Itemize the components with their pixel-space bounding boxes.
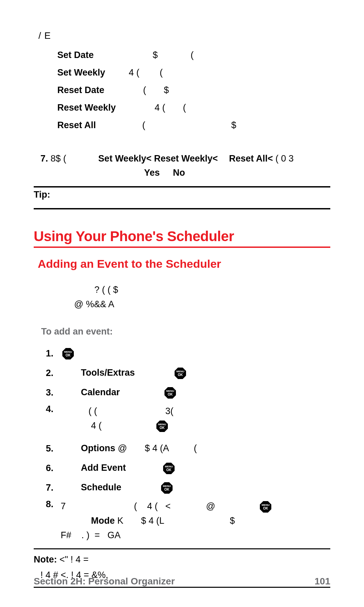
step7-yes: Yes bbox=[144, 168, 160, 178]
menu-ok-icon: MENUOK bbox=[260, 501, 272, 513]
step-row: 8.7 ( 4 ( < @ MENUOK Mode K $ 4 (L $F# .… bbox=[46, 497, 330, 543]
option-label: Reset Date bbox=[57, 85, 104, 95]
option-row: Set Weekly 4 ( ( bbox=[57, 67, 330, 85]
option-row: Reset All ( $ bbox=[57, 120, 330, 138]
svg-text:MENU: MENU bbox=[163, 485, 171, 488]
tip-label: Tip: bbox=[34, 187, 330, 202]
step-bold: Add Event bbox=[81, 463, 126, 473]
option-label: Set Weekly bbox=[57, 67, 105, 78]
step-text bbox=[135, 368, 173, 378]
step-number: 7. bbox=[46, 483, 61, 493]
step7-b1: Set Weekly< bbox=[98, 153, 152, 164]
step7-number: 7. bbox=[40, 153, 48, 164]
step-text bbox=[61, 368, 81, 378]
step-text bbox=[61, 516, 91, 526]
svg-text:MENU: MENU bbox=[158, 423, 166, 426]
top-leader: / E bbox=[34, 30, 330, 41]
step-body: 7 ( 4 ( < @ MENUOK Mode K $ 4 (L $F# . )… bbox=[61, 499, 330, 543]
sub-heading: Adding an Event to the Scheduler bbox=[34, 257, 330, 270]
note-label: Note: bbox=[34, 554, 57, 565]
step-bold: Schedule bbox=[81, 482, 121, 492]
option-rest: $ ( bbox=[97, 50, 194, 60]
step-row: 2. Tools/Extras MENUOK bbox=[46, 363, 330, 383]
step-row: 4. ( ( 3( 4 ( MENUOK bbox=[46, 402, 330, 439]
step-number: 5. bbox=[46, 443, 61, 454]
step-number: 2. bbox=[46, 368, 61, 378]
svg-text:OK: OK bbox=[168, 393, 173, 396]
divider bbox=[34, 587, 330, 588]
step-text bbox=[61, 387, 81, 397]
step-row: 1.MENUOK bbox=[46, 344, 330, 363]
step-text bbox=[120, 387, 163, 397]
heading-block: Using Your Phone's Scheduler bbox=[34, 228, 330, 248]
svg-text:OK: OK bbox=[263, 507, 269, 510]
option-label: Reset All bbox=[57, 120, 96, 131]
step-text: 4 ( bbox=[61, 421, 155, 431]
step7-post: ( 0 3 bbox=[275, 153, 294, 164]
red-underline bbox=[34, 247, 330, 248]
step-bold: Mode bbox=[91, 516, 115, 526]
step7-no: No bbox=[173, 168, 185, 178]
menu-ok-icon: MENUOK bbox=[174, 367, 186, 379]
step-7-outer: 7. 8$ ( Set Weekly< Reset Weekly< Reset … bbox=[34, 152, 330, 180]
step-row: 7. Schedule MENUOK bbox=[46, 478, 330, 497]
svg-text:OK: OK bbox=[160, 426, 165, 430]
svg-text:OK: OK bbox=[164, 488, 170, 491]
page-footer: Section 2H: Personal Organizer 101 bbox=[0, 576, 364, 587]
step-bold: Tools/Extras bbox=[81, 368, 135, 378]
step7-b2: Reset Weekly< bbox=[154, 153, 218, 164]
step-body: ( ( 3( 4 ( MENUOK bbox=[61, 404, 330, 433]
divider bbox=[34, 208, 330, 209]
svg-text:OK: OK bbox=[66, 353, 71, 357]
option-row: Reset Date ( $ bbox=[57, 85, 330, 103]
option-list: Set Date $ (Set Weekly 4 ( (Reset Date (… bbox=[34, 50, 330, 138]
step-number: 8. bbox=[46, 499, 61, 510]
step-body: Calendar MENUOK bbox=[61, 385, 330, 400]
step7-pre: 8$ ( bbox=[51, 153, 66, 164]
step-bold: Calendar bbox=[81, 387, 120, 397]
step-text bbox=[126, 463, 161, 473]
body-line-2: @ %&& A bbox=[74, 297, 330, 312]
svg-text:MENU: MENU bbox=[64, 350, 72, 353]
step-body: Add Event MENUOK bbox=[61, 461, 330, 475]
svg-text:MENU: MENU bbox=[176, 370, 184, 373]
step-text bbox=[61, 463, 81, 473]
page-heading: Using Your Phone's Scheduler bbox=[34, 228, 330, 244]
option-row: Set Date $ ( bbox=[57, 50, 330, 67]
body-line-1: ? ( ( $ bbox=[94, 283, 330, 297]
option-label: Set Date bbox=[57, 50, 94, 60]
svg-text:MENU: MENU bbox=[262, 503, 270, 507]
svg-text:OK: OK bbox=[166, 468, 172, 472]
option-rest: 4 ( ( bbox=[119, 103, 186, 113]
step-text: K $ 4 (L $ bbox=[115, 516, 235, 526]
step-body: MENUOK bbox=[61, 346, 330, 360]
step-text bbox=[61, 482, 81, 492]
step-row: 3. Calendar MENUOK bbox=[46, 383, 330, 402]
option-row: Reset Weekly 4 ( ( bbox=[57, 103, 330, 120]
body-fragment: ? ( ( $ @ %&& A bbox=[34, 283, 330, 312]
step7-b3: Reset All< bbox=[229, 153, 273, 164]
step-text bbox=[61, 443, 81, 453]
steps-list: 1.MENUOK2. Tools/Extras MENUOK3. Calenda… bbox=[34, 344, 330, 543]
step-number: 1. bbox=[46, 348, 61, 359]
step-number: 6. bbox=[46, 463, 61, 473]
menu-ok-icon: MENUOK bbox=[163, 462, 175, 474]
option-rest: 4 ( ( bbox=[109, 67, 163, 78]
menu-ok-icon: MENUOK bbox=[62, 348, 74, 360]
step-text: 7 ( 4 ( < @ bbox=[61, 501, 258, 511]
step-text: ( ( 3( bbox=[61, 406, 174, 416]
svg-text:MENU: MENU bbox=[166, 389, 174, 393]
step-number: 3. bbox=[46, 387, 61, 398]
step-row: 6. Add Event MENUOK bbox=[46, 458, 330, 478]
svg-text:OK: OK bbox=[178, 373, 183, 377]
page: / E Set Date $ (Set Weekly 4 ( (Reset Da… bbox=[0, 0, 364, 607]
option-label: Reset Weekly bbox=[57, 103, 116, 113]
step-body: Schedule MENUOK bbox=[61, 480, 330, 495]
menu-ok-icon: MENUOK bbox=[156, 420, 168, 432]
footer-section: Section 2H: Personal Organizer bbox=[34, 576, 175, 587]
step-text: F# . ) = GA bbox=[61, 530, 121, 540]
step-text bbox=[121, 482, 159, 492]
menu-ok-icon: MENUOK bbox=[161, 482, 173, 494]
svg-text:MENU: MENU bbox=[165, 465, 173, 468]
step-text: @ $ 4 (A ( bbox=[115, 443, 197, 453]
